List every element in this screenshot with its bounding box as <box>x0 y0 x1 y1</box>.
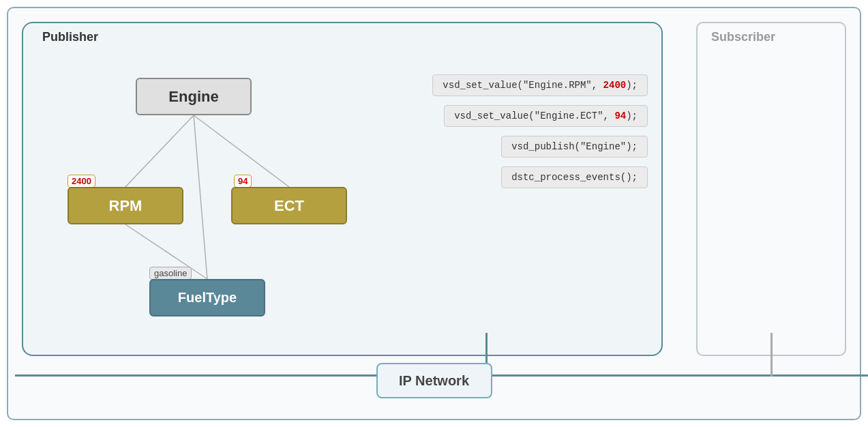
code-block-1: vsd_set_value("Engine.RPM", 2400); <box>432 74 648 96</box>
subscriber-vertical-connector <box>770 333 773 377</box>
svg-line-2 <box>194 115 207 279</box>
code-block-2-value: 94 <box>614 111 626 121</box>
code-block-2-suffix: ); <box>626 111 638 121</box>
code-block-4-text: dstc_process_events(); <box>511 172 638 183</box>
ip-network-box: IP Network <box>376 363 492 398</box>
ect-node: ECT <box>231 187 347 224</box>
ect-node-label: ECT <box>274 197 304 215</box>
fueltype-node-label: FuelType <box>178 290 237 306</box>
engine-node: Engine <box>136 78 252 115</box>
code-block-2: vsd_set_value("Engine.ECT", 94); <box>444 105 648 127</box>
rpm-node-label: RPM <box>109 197 143 215</box>
code-block-2-prefix: vsd_set_value("Engine.ECT", <box>454 111 614 121</box>
ect-value-badge: 94 <box>234 175 252 188</box>
subscriber-label: Subscriber <box>708 30 778 44</box>
svg-line-0 <box>125 115 194 187</box>
fueltype-node: FuelType <box>149 279 265 316</box>
network-frame: Publisher Engine 2400 RPM <box>7 7 861 420</box>
subscriber-box: Subscriber <box>696 22 846 356</box>
code-block-4: dstc_process_events(); <box>501 166 648 188</box>
publisher-label: Publisher <box>40 30 101 44</box>
code-block-3: vsd_publish("Engine"); <box>501 136 648 158</box>
rpm-value-badge: 2400 <box>68 175 95 188</box>
fueltype-value-badge: gasoline <box>149 267 192 280</box>
code-block-3-text: vsd_publish("Engine"); <box>511 141 638 152</box>
code-block-1-value: 2400 <box>603 80 627 91</box>
publisher-box: Publisher Engine 2400 RPM <box>22 22 663 356</box>
code-block-1-prefix: vsd_set_value("Engine.RPM", <box>443 80 603 91</box>
engine-node-label: Engine <box>168 88 218 106</box>
main-container: Publisher Engine 2400 RPM <box>0 0 868 427</box>
rpm-node: RPM <box>68 187 183 224</box>
ip-network-label: IP Network <box>399 373 469 389</box>
code-block-1-suffix: ); <box>626 80 638 91</box>
